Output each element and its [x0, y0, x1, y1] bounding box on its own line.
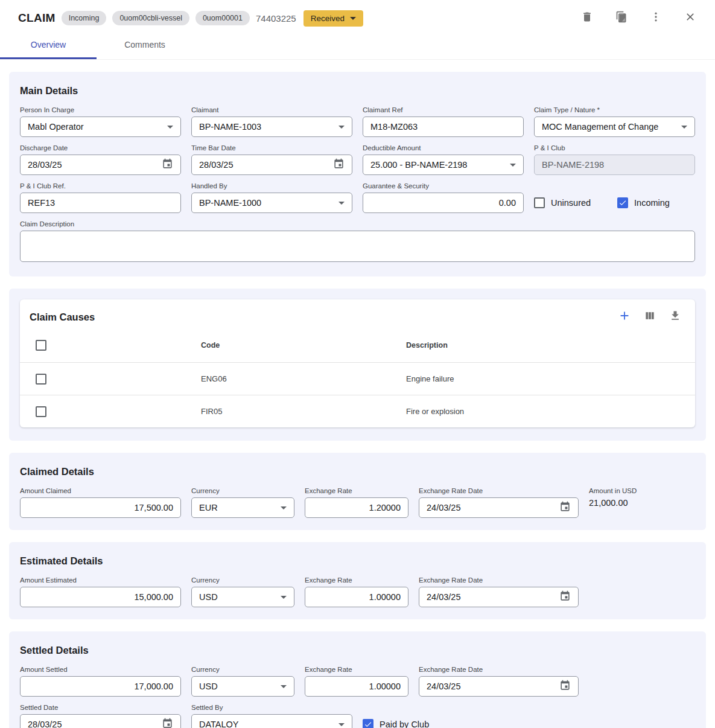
calendar-icon[interactable] [157, 158, 173, 171]
pi-club-ref-input[interactable] [20, 193, 181, 213]
delete-button[interactable] [576, 8, 599, 28]
claimed-exchange-rate-date-input[interactable]: 24/03/25 [419, 497, 579, 518]
amount-in-usd-value: 21,000.00 [589, 493, 628, 508]
field-label: Exchange Rate [305, 487, 408, 494]
select-all-checkbox[interactable] [36, 340, 46, 351]
uninsured-checkbox[interactable]: Uninsured [534, 197, 591, 208]
cell-code: FIR05 [201, 407, 406, 416]
calendar-icon[interactable] [328, 158, 345, 171]
calendar-icon[interactable] [555, 680, 571, 693]
amount-in-usd-field: Amount in USD 21,000.00 [589, 487, 695, 518]
select-value: DATALOY [199, 720, 334, 728]
field-label: Discharge Date [20, 144, 181, 152]
amount-settled-field: Amount Settled [20, 666, 181, 697]
field-label: Person In Charge [20, 106, 181, 113]
field-label: Exchange Rate Date [419, 487, 579, 494]
amount-settled-input[interactable] [20, 676, 181, 697]
amount-estimated-field: Amount Estimated [20, 576, 181, 607]
tab-bar: Overview Comments [0, 31, 715, 60]
calendar-icon[interactable] [555, 590, 571, 604]
field-label: Claimant [191, 106, 352, 113]
select-value: USD [199, 682, 276, 691]
claimed-exchange-rate-field: Exchange Rate [305, 487, 408, 518]
close-icon [684, 11, 696, 25]
section-title-main-details: Main Details [20, 81, 695, 99]
close-button[interactable] [679, 8, 702, 28]
columns-button[interactable] [642, 309, 658, 325]
person-in-charge-select[interactable]: Mabl Operator [20, 117, 181, 137]
download-button[interactable] [667, 309, 683, 325]
claim-type-select[interactable]: MOC Management of Change [534, 117, 695, 137]
claim-causes-section: Claim Causes Code Description [9, 289, 706, 441]
discharge-date-field: Discharge Date 28/03/25 [20, 144, 181, 175]
claimed-currency-field: Currency EUR [191, 487, 294, 518]
date-value: 28/03/25 [28, 160, 157, 170]
estimated-details-section: Estimated Details Amount Estimated Curre… [9, 542, 706, 619]
settled-date-input[interactable]: 28/03/25 [20, 714, 181, 728]
claimant-field: Claimant BP-NAME-1003 [191, 106, 352, 137]
deductible-amount-select[interactable]: 25.000 - BP-NAME-2198 [363, 155, 524, 175]
more-options-button[interactable] [644, 8, 667, 28]
table-row[interactable]: ENG06 Engine failure [20, 362, 695, 395]
add-row-button[interactable] [617, 309, 632, 325]
paid-by-club-cell: Paid by Club [363, 704, 524, 728]
cell-code: ENG06 [201, 374, 406, 383]
estimated-currency-select[interactable]: USD [191, 587, 294, 607]
estimated-exchange-rate-input[interactable] [305, 587, 408, 607]
field-label: Claim Description [20, 220, 695, 228]
paid-by-club-checkbox[interactable]: Paid by Club [363, 719, 429, 728]
discharge-date-input[interactable]: 28/03/25 [20, 155, 181, 175]
field-label: Exchange Rate [305, 666, 408, 673]
handled-by-select[interactable]: BP-NAME-1000 [191, 193, 352, 213]
incoming-checkbox[interactable]: Incoming [617, 197, 670, 208]
select-value: USD [199, 592, 276, 602]
status-label: Received [311, 14, 345, 23]
field-label: Amount Claimed [20, 487, 181, 494]
section-title-settled-details: Settled Details [20, 641, 695, 659]
chevron-down-icon [510, 164, 516, 167]
checkbox-box [617, 197, 628, 208]
time-bar-date-field: Time Bar Date 28/03/25 [191, 144, 352, 175]
tab-overview[interactable]: Overview [0, 31, 97, 59]
settled-by-select[interactable]: DATALOY [191, 714, 352, 728]
claimed-details-section: Claimed Details Amount Claimed Currency … [9, 453, 706, 530]
claim-number: 74403225 [256, 13, 296, 24]
field-label: Currency [191, 666, 294, 673]
status-dropdown[interactable]: Received [303, 10, 363, 27]
claimed-exchange-rate-input[interactable] [305, 497, 408, 518]
estimated-exchange-rate-date-input[interactable]: 24/03/25 [419, 587, 579, 607]
guarantee-security-input[interactable] [363, 193, 524, 213]
time-bar-date-input[interactable]: 28/03/25 [191, 155, 352, 175]
settled-exchange-rate-date-input[interactable]: 24/03/25 [419, 676, 579, 697]
window-header: CLAIM Incoming 0uom00cbli-vessel 0uom000… [0, 0, 715, 31]
main-details-section: Main Details Person In Charge Mabl Opera… [9, 72, 706, 276]
field-label: Deductible Amount [363, 144, 524, 152]
field-label: Guarantee & Security [363, 182, 524, 190]
claimed-exchange-rate-date-field: Exchange Rate Date 24/03/25 [419, 487, 579, 518]
row-checkbox[interactable] [36, 406, 46, 417]
claimant-select[interactable]: BP-NAME-1003 [191, 117, 352, 137]
calendar-icon[interactable] [157, 718, 173, 728]
add-icon [618, 309, 631, 325]
tab-comments[interactable]: Comments [97, 31, 193, 59]
claimant-ref-input[interactable] [363, 117, 524, 137]
checkbox-label: Paid by Club [380, 720, 429, 728]
chevron-down-icon [338, 202, 345, 205]
amount-claimed-input[interactable] [20, 497, 181, 518]
field-label: Exchange Rate Date [419, 666, 579, 673]
settled-currency-select[interactable]: USD [191, 676, 294, 697]
deductible-amount-field: Deductible Amount 25.000 - BP-NAME-2198 [363, 144, 524, 175]
table-row[interactable]: FIR05 Fire or explosion [20, 395, 695, 427]
columns-icon [644, 310, 656, 324]
checkbox-label: Incoming [634, 198, 670, 208]
claim-description-textarea[interactable] [20, 231, 695, 262]
amount-estimated-input[interactable] [20, 587, 181, 607]
claim-causes-table: Code Description ENG06 Engine failure FI… [20, 328, 695, 427]
calendar-icon[interactable] [555, 501, 571, 514]
vessel-badge: 0uom00cbli-vessel [112, 11, 189, 25]
row-checkbox[interactable] [36, 374, 46, 385]
claimed-currency-select[interactable]: EUR [191, 497, 294, 518]
chevron-down-icon [350, 17, 356, 20]
copy-button[interactable] [610, 8, 633, 28]
settled-exchange-rate-input[interactable] [305, 676, 408, 697]
